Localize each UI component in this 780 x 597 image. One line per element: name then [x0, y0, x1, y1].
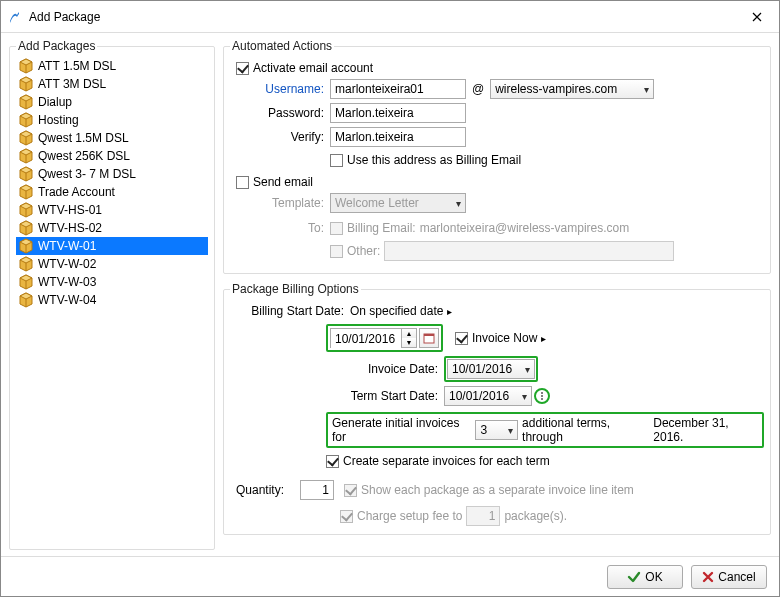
- triangle-right-icon[interactable]: ▸: [541, 333, 546, 344]
- package-item[interactable]: Hosting: [16, 111, 208, 129]
- billing-start-date-spinner[interactable]: ▲▼: [330, 328, 417, 348]
- window-title: Add Package: [29, 10, 741, 24]
- charge-setup-tail: package(s).: [504, 509, 567, 523]
- package-label: WTV-W-04: [38, 293, 96, 307]
- package-item[interactable]: WTV-W-04: [16, 291, 208, 309]
- chevron-down-icon: ▾: [456, 198, 461, 209]
- package-icon: [18, 292, 34, 308]
- verify-label: Verify:: [254, 130, 324, 144]
- chevron-down-icon: ▾: [522, 391, 527, 402]
- quantity-input[interactable]: [300, 480, 334, 500]
- charge-setup-label: Charge setup fee to: [357, 509, 462, 523]
- close-icon: [752, 12, 762, 22]
- packages-panel: Add Packages ATT 1.5M DSLATT 3M DSLDialu…: [9, 39, 215, 550]
- package-icon: [18, 148, 34, 164]
- use-as-billing-checkbox[interactable]: [330, 154, 343, 167]
- package-item[interactable]: WTV-W-01: [16, 237, 208, 255]
- package-icon: [18, 112, 34, 128]
- template-value: Welcome Letter: [335, 196, 419, 210]
- packages-legend: Add Packages: [16, 39, 97, 53]
- package-label: Qwest 256K DSL: [38, 149, 130, 163]
- term-start-dropdown[interactable]: 10/01/2016 ▾: [444, 386, 532, 406]
- packages-fieldset: Add Packages ATT 1.5M DSLATT 3M DSLDialu…: [9, 39, 215, 550]
- package-label: Qwest 1.5M DSL: [38, 131, 129, 145]
- other-email-input: [384, 241, 674, 261]
- package-item[interactable]: WTV-HS-01: [16, 201, 208, 219]
- package-icon: [18, 220, 34, 236]
- separate-invoices-label: Create separate invoices for each term: [343, 454, 550, 468]
- package-icon: [18, 166, 34, 182]
- package-item[interactable]: ATT 3M DSL: [16, 75, 208, 93]
- package-label: Trade Account: [38, 185, 115, 199]
- spinner-buttons[interactable]: ▲▼: [401, 329, 416, 347]
- password-input[interactable]: [330, 103, 466, 123]
- svg-point-2: [541, 392, 543, 394]
- package-icon: [18, 202, 34, 218]
- package-label: ATT 3M DSL: [38, 77, 106, 91]
- package-icon: [18, 76, 34, 92]
- package-label: WTV-W-02: [38, 257, 96, 271]
- calendar-button[interactable]: [419, 328, 439, 348]
- quantity-label: Quantity:: [236, 483, 300, 497]
- charge-setup-checkbox: [340, 510, 353, 523]
- separate-invoices-checkbox[interactable]: [326, 455, 339, 468]
- activate-email-checkbox[interactable]: [236, 62, 249, 75]
- chevron-down-icon[interactable]: ▼: [402, 338, 416, 347]
- package-item[interactable]: Dialup: [16, 93, 208, 111]
- to-label: To:: [254, 221, 324, 235]
- date-highlight: ▲▼: [326, 324, 443, 352]
- invoice-date-dropdown[interactable]: 10/01/2016 ▾: [447, 359, 535, 379]
- invoice-date-label: Invoice Date:: [326, 362, 438, 376]
- verify-input[interactable]: [330, 127, 466, 147]
- chevron-up-icon[interactable]: ▲: [402, 329, 416, 338]
- chevron-down-icon: ▾: [508, 425, 513, 436]
- package-item[interactable]: WTV-HS-02: [16, 219, 208, 237]
- svg-rect-1: [424, 334, 434, 336]
- package-icon: [18, 94, 34, 110]
- invoice-date-value: 10/01/2016: [452, 362, 512, 376]
- ok-label: OK: [645, 570, 662, 584]
- billing-options-legend: Package Billing Options: [230, 282, 361, 296]
- package-item[interactable]: Qwest 1.5M DSL: [16, 129, 208, 147]
- calendar-icon: [423, 332, 435, 344]
- package-item[interactable]: WTV-W-02: [16, 255, 208, 273]
- domain-dropdown[interactable]: wireless-vampires.com ▾: [490, 79, 654, 99]
- package-icon: [18, 184, 34, 200]
- titlebar: Add Package: [1, 1, 779, 33]
- generate-invoices-text-b: additional terms, through: [522, 416, 649, 444]
- dots-vertical-icon[interactable]: [537, 391, 547, 401]
- other-email-checkbox: [330, 245, 343, 258]
- close-button[interactable]: [741, 5, 773, 29]
- billing-options-fieldset: Package Billing Options Billing Start Da…: [223, 282, 771, 535]
- billing-start-date-label: Billing Start Date:: [236, 304, 344, 318]
- ok-button[interactable]: OK: [607, 565, 683, 589]
- username-input[interactable]: [330, 79, 466, 99]
- package-item[interactable]: Qwest 256K DSL: [16, 147, 208, 165]
- package-item[interactable]: Qwest 3- 7 M DSL: [16, 165, 208, 183]
- package-label: WTV-W-01: [38, 239, 96, 253]
- generate-invoices-through: December 31, 2016.: [653, 416, 758, 444]
- username-label[interactable]: Username:: [254, 82, 324, 96]
- automated-actions-legend: Automated Actions: [230, 39, 334, 53]
- package-item[interactable]: ATT 1.5M DSL: [16, 57, 208, 75]
- package-item[interactable]: Trade Account: [16, 183, 208, 201]
- send-email-checkbox[interactable]: [236, 176, 249, 189]
- packages-list[interactable]: ATT 1.5M DSLATT 3M DSLDialupHostingQwest…: [16, 57, 208, 541]
- template-dropdown: Welcome Letter ▾: [330, 193, 466, 213]
- cancel-button[interactable]: Cancel: [691, 565, 767, 589]
- triangle-right-icon[interactable]: ▸: [447, 306, 452, 317]
- term-start-value: 10/01/2016: [449, 389, 509, 403]
- package-icon: [18, 256, 34, 272]
- package-label: Dialup: [38, 95, 72, 109]
- billing-email-checkbox: [330, 222, 343, 235]
- package-item[interactable]: WTV-W-03: [16, 273, 208, 291]
- term-start-menu-highlight: [534, 388, 550, 404]
- billing-start-date-input[interactable]: [331, 329, 401, 349]
- invoice-now-checkbox[interactable]: [455, 332, 468, 345]
- terms-count-dropdown[interactable]: 3 ▾: [475, 420, 518, 440]
- check-icon: [627, 570, 641, 584]
- activate-email-label: Activate email account: [253, 61, 373, 75]
- chevron-down-icon: ▾: [644, 84, 649, 95]
- other-email-label: Other:: [347, 244, 380, 258]
- billing-start-mode[interactable]: On specified date: [350, 304, 443, 318]
